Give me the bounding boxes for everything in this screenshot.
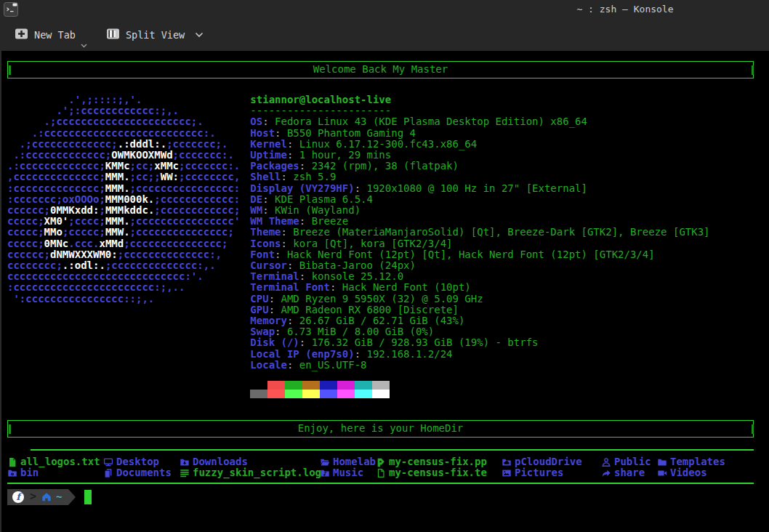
puppet-icon: [376, 457, 386, 467]
fetch-user-host: stiannor@localhost-live: [250, 94, 709, 105]
folder-music-icon: [320, 468, 330, 478]
palette-color-block: [285, 390, 302, 398]
info-line: Theme: Breeze (MateriaManjaroSolid) [Qt]…: [250, 227, 709, 238]
fedora-ascii-art: .',;::::;,'. .';:cccccccccccc:;,. .;cccc…: [7, 94, 240, 398]
entry-name: Public: [614, 456, 651, 467]
welcome-banner-text: Welcome Back My Master: [313, 64, 448, 75]
palette-color-block: [302, 381, 320, 390]
file-entry: my-census-fix.pp: [376, 456, 502, 467]
info-line: CPU: AMD Ryzen 9 5950X (32) @ 5.09 GHz: [250, 294, 709, 305]
palette-color-block: [250, 381, 267, 390]
directory-entry: Music: [320, 467, 376, 478]
info-line: Display (VY279HF): 1920x1080 @ 100 Hz in…: [250, 183, 709, 194]
directory-entry: Documents: [103, 467, 180, 478]
folder-gear-icon: [7, 468, 17, 478]
entry-name: fuzzy_skin_script.log: [193, 467, 321, 478]
entry-name: Documents: [116, 467, 172, 478]
fastfetch-output: .',;::::;,'. .';:cccccccccccc:;,. .;cccc…: [7, 94, 769, 398]
info-line: DE: KDE Plasma 6.5.4: [250, 194, 709, 205]
palette-color-block: [372, 381, 390, 390]
file-entry: fuzzy_skin_script.log: [180, 467, 320, 478]
tab-bar: New Tab Split View: [0, 19, 769, 51]
directory-entry: Pictures: [502, 467, 601, 478]
info-line: Terminal: konsole 25.12.0: [250, 271, 709, 282]
title-bar[interactable]: ~ : zsh — Konsole: [0, 0, 769, 19]
info-line: Shell: zsh 5.9: [250, 172, 709, 182]
palette-color-block: [302, 390, 320, 398]
palette-color-block: [320, 381, 337, 390]
homedir-banner-text: Enjoy, here is your HomeDir: [298, 423, 464, 434]
info-line: Icons: kora [Qt], kora [GTK2/3/4]: [250, 238, 709, 249]
new-tab-label: New Tab: [34, 29, 76, 41]
palette-color-block: [355, 381, 372, 390]
file-column: Publicshare: [601, 456, 657, 478]
palette-color-block: [267, 381, 285, 390]
home-directory-listing: all_logos.txtbinDesktopDocumentsDownload…: [7, 456, 769, 478]
terminal-cursor[interactable]: [84, 490, 92, 504]
file-column: pCloudDrivePictures: [502, 456, 601, 478]
split-view-icon: [106, 28, 120, 42]
info-line: Kernel: Linux 6.17.12-300.fc43.x86_64: [250, 139, 709, 150]
palette-color-block: [355, 390, 372, 398]
divider-top: [31, 449, 754, 451]
split-view-chevron-icon[interactable]: [195, 32, 204, 38]
directory-entry: share: [601, 467, 657, 478]
entry-name: Homelab: [333, 456, 376, 467]
share-arrow-icon: [601, 468, 611, 478]
terminal-color-palette: [250, 381, 709, 398]
prompt-os-segment: f: [7, 489, 28, 505]
split-view-button[interactable]: Split View: [105, 25, 214, 45]
konsole-app-icon[interactable]: [4, 2, 18, 17]
info-line: WM Theme: Breeze: [250, 216, 709, 227]
info-line: OS: Fedora Linux 43 (KDE Plasma Desktop …: [250, 116, 709, 127]
folder-cloud-icon: [502, 457, 512, 467]
directory-entry: Public: [601, 456, 657, 467]
info-line: Terminal Font: Hack Nerd Font (10pt): [250, 282, 709, 293]
new-tab-chevron-icon[interactable]: [81, 44, 87, 48]
info-line: WM: KWin (Wayland): [250, 205, 709, 216]
homedir-banner: Enjoy, here is your HomeDir: [7, 420, 754, 438]
info-line: Uptime: 1 hour, 29 mins: [250, 150, 709, 161]
info-line: Local IP (enp7s0): 192.168.1.2/24: [250, 349, 709, 360]
entry-name: pCloudDrive: [515, 456, 582, 467]
info-line: Disk (/): 176.32 GiB / 928.93 GiB (19%) …: [250, 337, 709, 348]
info-line: Cursor: Bibata-Jaroo (24px): [250, 260, 709, 271]
prompt-path-segment: ~: [39, 489, 68, 505]
directory-entry: Templates: [657, 456, 759, 467]
palette-color-block: [320, 390, 337, 398]
info-line: Swap: 6.73 MiB / 8.00 GiB (0%): [250, 326, 709, 337]
entry-name: Videos: [670, 467, 707, 478]
entry-name: my-census-fix.pp: [389, 456, 487, 467]
window-title: ~ : zsh — Konsole: [538, 4, 712, 15]
terminal-viewport[interactable]: Welcome Back My Master .',;::::;,'. .';:…: [0, 51, 769, 532]
new-tab-button[interactable]: New Tab: [13, 25, 86, 45]
palette-color-block: [285, 381, 302, 390]
palette-color-block: [337, 381, 355, 390]
documents-icon: [103, 468, 113, 478]
entry-name: Desktop: [116, 456, 159, 467]
welcome-banner: Welcome Back My Master: [7, 61, 754, 78]
file-outline-icon: [376, 468, 386, 478]
folder-icon: [657, 457, 667, 467]
info-line: Locale: en_US.UTF-8: [250, 360, 709, 371]
info-line: Font: Hack Nerd Font (12pt) [Qt], Hack N…: [250, 249, 709, 260]
palette-color-block: [250, 390, 267, 398]
entry-name: Pictures: [515, 467, 563, 478]
monitor-icon: [103, 457, 113, 467]
file-entry: my-census-fix.te: [376, 467, 502, 478]
entry-name: all_logos.txt: [20, 456, 100, 467]
person-icon: [601, 457, 611, 467]
entry-name: Templates: [670, 456, 725, 467]
directory-entry: Desktop: [103, 456, 180, 467]
info-line: Packages: 2342 (rpm), 38 (flatpak): [250, 161, 709, 172]
directory-entry: pCloudDrive: [502, 456, 601, 467]
directory-entry: Videos: [657, 467, 759, 478]
split-view-label: Split View: [126, 29, 185, 41]
file-column: all_logos.txtbin: [7, 456, 103, 478]
info-line: Memory: 26.67 GiB / 62.71 GiB (43%): [250, 315, 709, 326]
prompt-cwd: ~: [56, 491, 62, 502]
file-column: Downloadsfuzzy_skin_script.log: [180, 456, 320, 478]
directory-entry: Homelab: [320, 456, 376, 467]
palette-color-block: [267, 390, 285, 398]
file-column: my-census-fix.ppmy-census-fix.te: [376, 456, 502, 478]
